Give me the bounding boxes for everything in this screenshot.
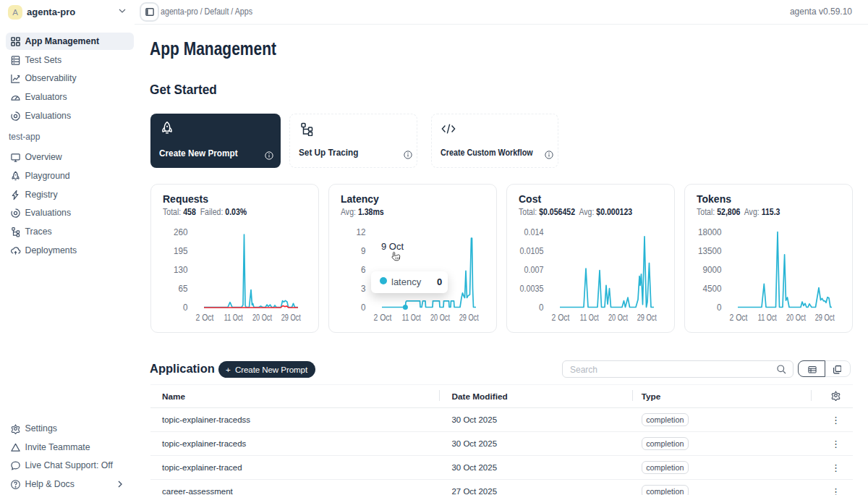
svg-text:0.0105: 0.0105 [520,246,544,256]
svg-text:11 Oct: 11 Oct [580,313,599,323]
svg-text:0.0035: 0.0035 [520,284,544,294]
svg-text:0.014: 0.014 [524,227,544,237]
svg-text:12: 12 [357,227,366,237]
svg-text:3: 3 [361,284,366,294]
svg-text:0: 0 [361,302,366,313]
svg-text:20 Oct: 20 Oct [786,313,807,323]
svg-text:29 Oct: 29 Oct [459,313,480,323]
svg-text:20 Oct: 20 Oct [252,313,273,323]
svg-text:195: 195 [174,246,188,256]
svg-text:2 Oct: 2 Oct [730,313,749,323]
svg-text:20 Oct: 20 Oct [608,313,629,323]
svg-text:2 Oct: 2 Oct [552,313,571,323]
svg-text:260: 260 [174,227,188,237]
svg-text:9000: 9000 [703,265,722,275]
svg-text:4500: 4500 [703,284,722,294]
svg-text:11 Oct: 11 Oct [402,313,421,323]
svg-text:0.007: 0.007 [524,265,544,275]
svg-text:6: 6 [361,265,366,275]
svg-text:29 Oct: 29 Oct [637,313,658,323]
svg-text:11 Oct: 11 Oct [224,313,243,323]
svg-text:130: 130 [174,265,188,275]
svg-text:2 Oct: 2 Oct [374,313,393,323]
svg-text:20 Oct: 20 Oct [430,313,451,323]
svg-text:2 Oct: 2 Oct [196,313,215,323]
svg-text:29 Oct: 29 Oct [281,313,302,323]
svg-text:13500: 13500 [698,246,722,256]
svg-text:29 Oct: 29 Oct [815,313,835,323]
svg-text:9: 9 [361,246,366,256]
svg-text:0: 0 [717,302,722,313]
svg-text:18000: 18000 [698,227,722,237]
svg-text:11 Oct: 11 Oct [758,313,777,323]
svg-text:65: 65 [179,284,188,294]
svg-text:0: 0 [539,302,544,313]
svg-text:0: 0 [183,302,188,313]
